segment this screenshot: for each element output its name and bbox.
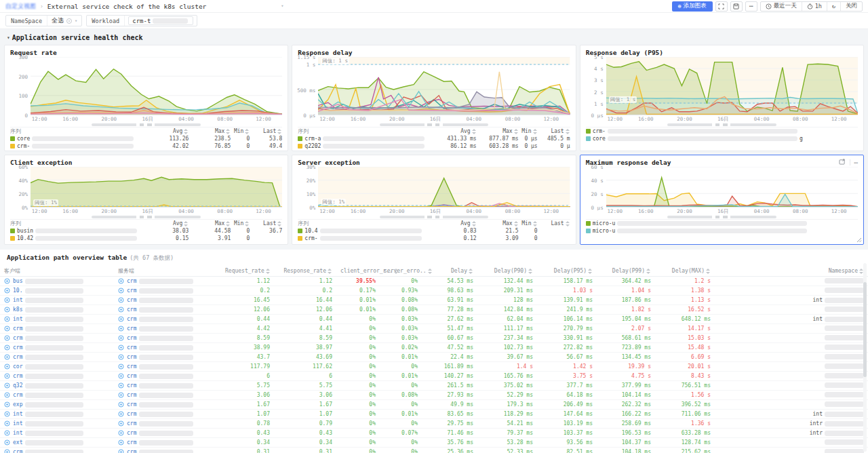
legend-row[interactable]: core113.26238.5053.8 [10, 135, 282, 142]
server-cell[interactable]: crm [114, 296, 221, 305]
client-cell[interactable]: 10. [0, 286, 114, 296]
time-range-button[interactable]: 最近一天 [761, 2, 802, 11]
server-cell[interactable]: crm [114, 277, 221, 286]
datazoom-slider[interactable] [92, 216, 201, 218]
chart-panel-request-rate[interactable]: Request rate300200100012:0016:0020:0016日… [4, 45, 288, 151]
legend-col-last[interactable]: Last [538, 220, 570, 226]
add-chart-button[interactable]: ⊕ 添加图表 [672, 1, 713, 12]
server-cell[interactable]: crm [114, 391, 221, 400]
legend-row[interactable]: micro-u [586, 220, 858, 227]
column-header-response-rate[interactable]: Response_rate [274, 266, 336, 277]
column-header-delay-p99-[interactable]: Delay(P99) [597, 266, 655, 277]
chevron-down-icon[interactable]: ▾ [75, 18, 77, 24]
panel-export-icon[interactable] [839, 159, 846, 166]
client-cell[interactable]: crm [0, 372, 114, 381]
legend-row[interactable]: coreg [586, 135, 858, 142]
chart-panel-maximum-response-delay[interactable]: Maximum response delay⋯60 s40 s20 s0 µs1… [580, 155, 864, 245]
collapse-icon[interactable]: ▾ [7, 35, 10, 41]
client-cell[interactable]: exp [0, 400, 114, 410]
datazoom-slider[interactable] [667, 216, 776, 218]
panel-more-icon[interactable]: ⋯ [854, 159, 858, 166]
legend-col-avg[interactable]: Avg [149, 128, 189, 134]
table-row[interactable]: k8scrm12.0612.060.01%0.08%77.28 ms142.84… [0, 305, 868, 315]
table-row[interactable]: expcrm1.671.670%0%49.9 ms179.3 ms206.49 … [0, 400, 868, 410]
server-cell[interactable]: crm [114, 419, 221, 429]
legend-col-max[interactable]: Max [189, 220, 231, 226]
server-cell[interactable]: crm [114, 362, 221, 372]
legend-col-min[interactable]: Min [519, 128, 538, 134]
legend-col-max[interactable]: Max [477, 220, 519, 226]
legend-col-min[interactable]: Min [519, 220, 538, 226]
legend-row[interactable]: crm-a431.33 ms877.87 ms0 µs485.5 m [298, 135, 570, 142]
server-cell[interactable]: crm [114, 429, 221, 438]
client-cell[interactable]: crm [0, 448, 114, 453]
section-header[interactable]: ▾ Application service health check [0, 29, 868, 45]
client-cell[interactable]: bus [0, 277, 114, 286]
legend-col-max[interactable]: Max [477, 128, 519, 134]
client-cell[interactable]: int [0, 296, 114, 305]
server-cell[interactable]: crm [114, 305, 221, 315]
legend-row[interactable]: crm-42.0276.85049.4 [10, 142, 282, 150]
datazoom-slider[interactable] [92, 123, 201, 126]
legend-col-min[interactable]: Min [231, 220, 250, 226]
legend-row[interactable]: micro-u [586, 227, 858, 235]
legend-col-avg[interactable]: Avg [149, 220, 189, 226]
client-cell[interactable]: int [0, 419, 114, 429]
table-row[interactable]: crmcrm0.310.310%0%25.36 ms52.33 ms82.51 … [0, 448, 868, 453]
save-view-button[interactable] [730, 1, 743, 12]
close-button[interactable]: 关闭 [841, 2, 862, 11]
legend-row-partial[interactable] [298, 150, 570, 151]
title-dropdown-icon[interactable]: ▾ [281, 3, 283, 9]
chart-panel-server-exception[interactable]: Server exception30%20%10%0%阈值: 1%12:0016… [292, 155, 576, 245]
column-header-delay-max-[interactable]: Delay(MAX) [655, 266, 715, 277]
server-cell[interactable]: crm [114, 448, 221, 453]
workload-input[interactable]: crm-t [128, 16, 193, 25]
page-scrollbar[interactable] [863, 263, 867, 452]
server-cell[interactable]: crm [114, 315, 221, 324]
legend-row[interactable]: q220286.12 ms603.28 ms0 µs0 µ [298, 142, 570, 150]
server-cell[interactable]: crm [114, 353, 221, 362]
server-cell[interactable]: crm [114, 286, 221, 296]
panel-resize-handle[interactable] [856, 237, 862, 243]
chart-panel-response-delay[interactable]: Response delay1.15 s1 s500 ms0 µs阈值: 1 s… [292, 45, 576, 151]
client-cell[interactable]: crm [0, 391, 114, 400]
datazoom-slider[interactable] [380, 123, 489, 126]
refresh-button[interactable]: ↻ [827, 2, 841, 11]
column-header-server-erro-[interactable]: server_erro.. [380, 266, 422, 277]
legend-row[interactable]: crm-0.123.090 [298, 235, 570, 242]
column-header-client-error-r-[interactable]: client_error_r.. [336, 266, 380, 277]
legend-col-max[interactable]: Max [189, 128, 231, 134]
client-cell[interactable]: int [0, 410, 114, 419]
datazoom-slider[interactable] [667, 123, 776, 126]
client-cell[interactable]: crm [0, 334, 114, 343]
legend-row[interactable]: 10.40.8321.50 [298, 227, 570, 235]
table-row[interactable]: crmcrm660%0.01%140.27 ms165.76 ms3.75 s4… [0, 372, 868, 381]
table-row[interactable]: buscrm1.121.1239.55%0%54.53 ms132.44 ms1… [0, 277, 868, 286]
datazoom-slider[interactable] [380, 216, 489, 218]
column-header-delay-p90-[interactable]: Delay(P90) [477, 266, 537, 277]
client-cell[interactable]: crm [0, 343, 114, 353]
server-cell[interactable]: crm [114, 438, 221, 448]
legend-row-partial[interactable] [10, 150, 282, 151]
table-row[interactable]: intcrm1.071.070%0.01%83.65 ms118.29 ms14… [0, 410, 868, 419]
server-cell[interactable]: crm [114, 372, 221, 381]
chart-panel-client-exception[interactable]: Client exception60%40%20%0%阈值: 1%12:0016… [4, 155, 288, 245]
client-cell[interactable]: cor [0, 362, 114, 372]
table-row[interactable]: crmcrm8.598.590%0.03%60.67 ms237.34 ms33… [0, 334, 868, 343]
client-cell[interactable]: ext [0, 438, 114, 448]
more-actions-button[interactable]: ⋯ [745, 1, 757, 12]
table-row[interactable]: 10.crm0.20.20.17%0.93%98.63 ms209.31 ms1… [0, 286, 868, 296]
client-cell[interactable]: q32 [0, 381, 114, 391]
breadcrumb-root-link[interactable]: 自定义视图 [5, 2, 36, 11]
column-header-request-rate[interactable]: Request_rate [221, 266, 274, 277]
table-row[interactable]: q32crm5.755.750%0%261.5 ms375.02 ms377.7… [0, 381, 868, 391]
chart-panel-response-delay-p95[interactable]: Response delay (P95)5 s4 s3 s2 s1 s0 µs阈… [580, 45, 864, 151]
legend-col-avg[interactable]: Avg [437, 220, 477, 226]
table-row[interactable]: corcrm117.79117.620%0%161.89 ms1.4 s1.42… [0, 362, 868, 372]
table-row[interactable]: extcrm0.340.340%0%35.76 ms53.28 ms93.56 … [0, 438, 868, 448]
client-cell[interactable]: k8s [0, 305, 114, 315]
column-header-delay-p95-[interactable]: Delay(P95) [537, 266, 597, 277]
table-row[interactable]: intcrm0.780.790%0%29.75 ms54.21 ms103.19… [0, 419, 868, 429]
legend-row[interactable]: crm- [586, 127, 858, 135]
table-row[interactable]: crmcrm43.743.690%0.01%22.4 ms39.67 ms56.… [0, 353, 868, 362]
